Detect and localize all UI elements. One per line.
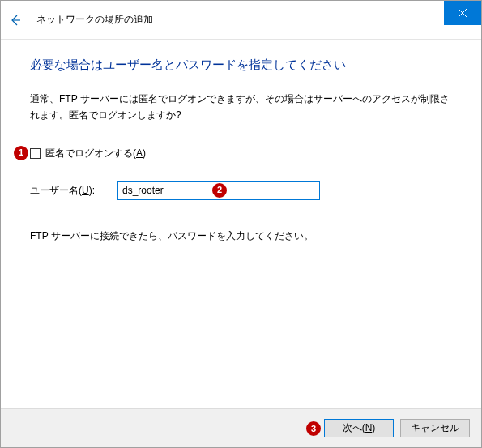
close-button[interactable] (444, 1, 481, 25)
username-label: ユーザー名(U): (30, 184, 117, 198)
anonymous-logon-label[interactable]: 匿名でログオンする(A) (45, 147, 146, 160)
content-area: 必要な場合はユーザー名とパスワードを指定してください 通常、FTP サーバーには… (1, 40, 481, 408)
close-icon (459, 9, 467, 17)
arrow-left-icon (9, 14, 22, 27)
anonymous-logon-row: 1 匿名でログオンする(A) (30, 147, 452, 160)
anonymous-logon-checkbox[interactable] (30, 148, 41, 159)
back-button[interactable] (1, 1, 30, 40)
next-button[interactable]: 次へ(N) (324, 419, 394, 437)
cancel-button[interactable]: キャンセル (400, 419, 470, 437)
page-heading: 必要な場合はユーザー名とパスワードを指定してください (30, 58, 452, 73)
wizard-window: ネットワークの場所の追加 必要な場合はユーザー名とパスワードを指定してください … (0, 0, 482, 448)
window-title: ネットワークの場所の追加 (36, 13, 153, 27)
page-description: 通常、FTP サーバーには匿名でログオンできますが、その場合はサーバーへのアクセ… (30, 91, 452, 124)
footer: 3 次へ(N) キャンセル (1, 408, 481, 447)
titlebar: ネットワークの場所の追加 (1, 1, 481, 40)
username-row: ユーザー名(U): 2 (30, 181, 452, 200)
annotation-1: 1 (14, 146, 28, 160)
annotation-3: 3 (306, 421, 321, 436)
annotation-2: 2 (212, 183, 227, 198)
password-note: FTP サーバーに接続できたら、パスワードを入力してください。 (30, 229, 452, 243)
